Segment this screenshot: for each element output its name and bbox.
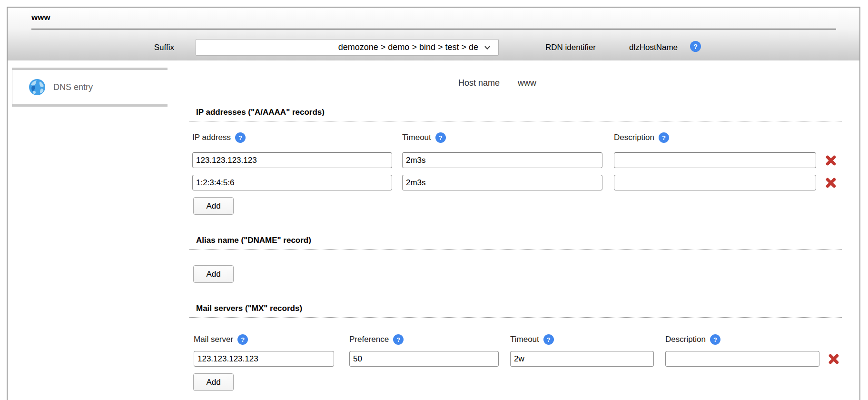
column-label-text: Timeout [510,335,539,344]
suffix-label: Suffix [122,43,174,52]
globe-icon [29,79,46,96]
ip-timeout-input[interactable] [402,152,602,168]
ip-description-input[interactable] [614,175,816,190]
section-heading-mail-servers: Mail servers ("MX" records) [189,304,842,318]
rdn-identifier-value: dlzHostName [629,43,678,52]
add-mail-server-button[interactable]: Add [193,373,234,391]
column-label-text: IP address [192,133,231,142]
host-name-label: Host name [403,78,500,88]
mx-description-input[interactable] [665,351,819,367]
content-frame: www Suffix demozone > demo > bind > test… [7,7,860,400]
mail-server-input[interactable] [194,351,334,367]
column-label-text: Description [614,133,654,142]
suffix-select[interactable]: demozone > demo > bind > test > de [196,39,499,56]
add-alias-button[interactable]: Add [193,265,234,283]
tab-dns-entry[interactable]: DNS entry [12,68,168,107]
delete-x-icon [827,352,840,366]
help-icon[interactable]: ? [235,132,246,143]
host-name-value: www [518,78,536,88]
delete-ip-row-button[interactable] [824,176,838,190]
delete-x-icon [824,176,838,190]
column-label-ip-address: IP address ? [192,132,246,143]
column-label-timeout: Timeout ? [402,132,446,143]
delete-x-icon [824,154,838,167]
page-title: www [31,13,50,22]
column-label-text: Description [665,335,706,344]
column-label-text: Mail server [194,335,233,344]
rdn-identifier-label: RDN identifier [545,43,596,52]
section-heading-ip-addresses: IP addresses ("A/AAAA" records) [189,108,842,121]
help-icon[interactable]: ? [543,334,554,345]
ip-address-input[interactable] [192,152,392,168]
mx-preference-input[interactable] [349,351,499,367]
delete-ip-row-button[interactable] [824,154,838,167]
suffix-select-value: demozone > demo > bind > test > de [338,42,478,52]
add-ip-address-button[interactable]: Add [193,197,234,215]
header: www Suffix demozone > demo > bind > test… [8,8,859,60]
column-label-timeout: Timeout ? [510,334,554,345]
help-icon[interactable]: ? [659,132,669,143]
column-label-mail-server: Mail server ? [194,334,248,345]
help-icon[interactable]: ? [435,132,446,143]
ip-description-input[interactable] [614,152,816,168]
help-icon[interactable]: ? [690,41,701,52]
mx-timeout-input[interactable] [510,351,654,367]
chevron-down-icon [483,43,492,52]
column-label-text: Preference [349,335,389,344]
title-divider [31,29,836,30]
column-label-text: Timeout [402,133,431,142]
help-icon[interactable]: ? [393,334,404,345]
column-label-preference: Preference ? [349,334,404,345]
section-heading-alias-name: Alias name ("DNAME" record) [189,236,842,250]
ip-address-input[interactable] [192,175,392,190]
help-icon[interactable]: ? [710,334,720,345]
column-label-description: Description ? [614,132,669,143]
ip-timeout-input[interactable] [402,175,602,190]
delete-mx-row-button[interactable] [827,352,840,366]
tab-dns-entry-label: DNS entry [53,82,93,92]
help-icon[interactable]: ? [237,334,248,345]
column-label-description: Description ? [665,334,720,345]
